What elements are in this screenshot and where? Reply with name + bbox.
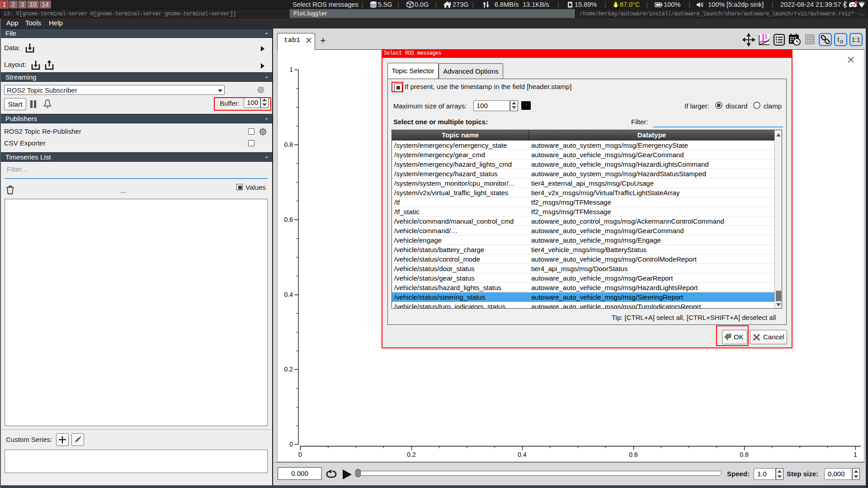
svg-text:o: o <box>840 38 843 45</box>
svg-text:t: t <box>837 35 840 43</box>
svg-text:1:1: 1:1 <box>852 36 861 43</box>
svg-text:1: 1 <box>764 33 768 40</box>
